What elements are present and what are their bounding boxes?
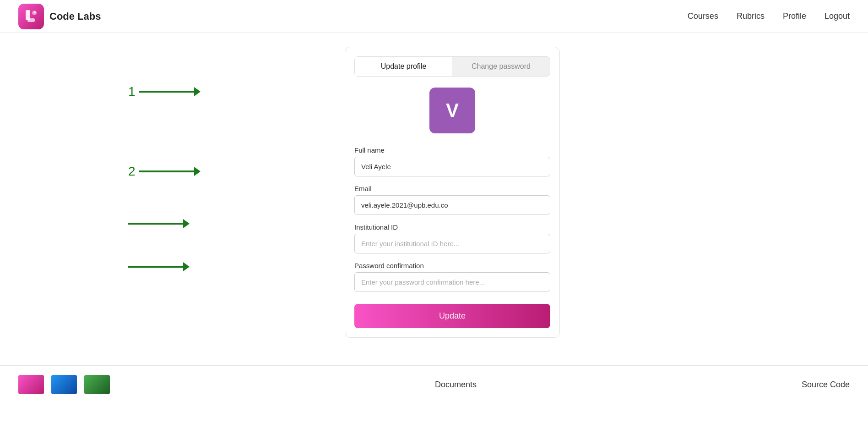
arrow-1	[139, 87, 201, 96]
tab-change-password[interactable]: Change password	[452, 57, 550, 76]
annotation-2: 2	[128, 164, 201, 179]
annotation-3	[128, 219, 190, 228]
footer-logo-3	[84, 375, 110, 394]
nav-courses[interactable]: Courses	[688, 11, 718, 21]
main-content: 1 2 Update profile Change password V Ful…	[0, 33, 868, 365]
institutional-id-group: Institutional ID	[354, 223, 550, 253]
full-name-input[interactable]	[354, 157, 550, 176]
logo-icon	[18, 4, 44, 29]
footer-logo-1	[18, 375, 44, 394]
tab-update-profile[interactable]: Update profile	[355, 57, 452, 76]
profile-tabs: Update profile Change password	[354, 56, 550, 77]
annotation-num-1: 1	[128, 84, 136, 99]
nav-logout[interactable]: Logout	[825, 11, 850, 21]
arrow-2	[139, 167, 201, 176]
email-input[interactable]	[354, 195, 550, 215]
full-name-group: Full name	[354, 146, 550, 176]
svg-rect-1	[27, 18, 35, 22]
logo-text: Code Labs	[49, 11, 101, 22]
annotation-1: 1	[128, 84, 201, 99]
svg-point-3	[34, 11, 36, 13]
email-group: Email	[354, 185, 550, 215]
footer-documents[interactable]: Documents	[435, 380, 477, 390]
institutional-id-input[interactable]	[354, 234, 550, 253]
email-label: Email	[354, 185, 550, 192]
nav-rubrics[interactable]: Rubrics	[737, 11, 765, 21]
password-confirmation-input[interactable]	[354, 272, 550, 292]
header: Code Labs Courses Rubrics Profile Logout	[0, 0, 868, 33]
arrow-4	[128, 262, 190, 271]
update-button[interactable]: Update	[354, 304, 550, 328]
password-confirmation-label: Password confirmation	[354, 262, 550, 270]
main-nav: Courses Rubrics Profile Logout	[688, 11, 850, 21]
footer-logos	[18, 375, 110, 394]
profile-card: Update profile Change password V Full na…	[345, 47, 560, 338]
footer-logo-2	[51, 375, 77, 394]
arrow-3	[128, 219, 190, 228]
full-name-label: Full name	[354, 146, 550, 154]
password-confirmation-group: Password confirmation	[354, 262, 550, 292]
annotation-4	[128, 262, 190, 271]
annotation-num-2: 2	[128, 164, 136, 179]
nav-profile[interactable]: Profile	[783, 11, 806, 21]
avatar-section: V	[354, 88, 550, 133]
logo: Code Labs	[18, 4, 101, 29]
footer: Documents Source Code	[0, 365, 868, 403]
avatar: V	[429, 88, 475, 133]
profile-form: Full name Email Institutional ID Passwor…	[354, 146, 550, 328]
institutional-id-label: Institutional ID	[354, 223, 550, 231]
footer-source-code[interactable]: Source Code	[802, 380, 850, 390]
